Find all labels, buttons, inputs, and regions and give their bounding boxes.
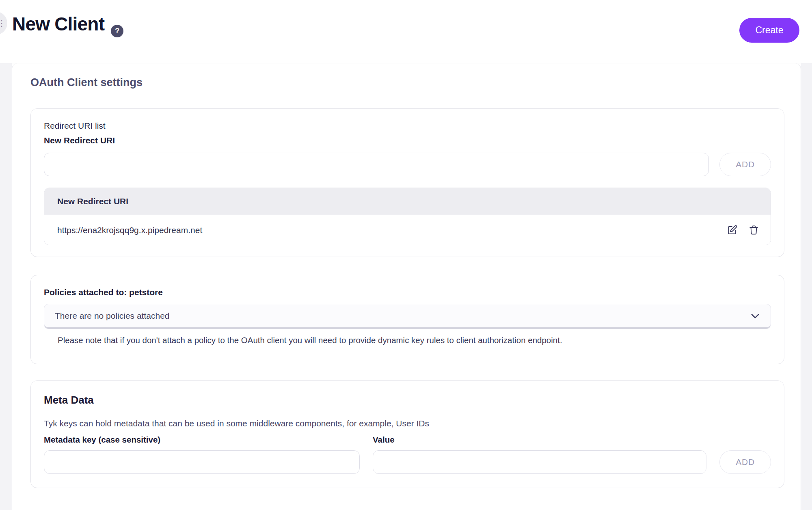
left-gutter (0, 63, 12, 510)
topbar: ⋮ New Client ? Create (0, 0, 812, 63)
redirect-uri-value: https://ena2krojsqq9g.x.pipedream.net (57, 225, 202, 235)
metadata-value-label: Value (373, 435, 706, 445)
redirect-uri-table-header: New Redirect URI (44, 188, 771, 215)
metadata-card: Meta Data Tyk keys can hold metadata tha… (30, 380, 784, 488)
redirect-uri-table: New Redirect URI https://ena2krojsqq9g.x… (44, 188, 771, 245)
create-button[interactable]: Create (739, 18, 799, 43)
new-redirect-uri-label: New Redirect URI (44, 136, 771, 145)
policies-dropdown[interactable]: There are no policies attached (44, 304, 771, 329)
metadata-key-label: Metadata key (case sensitive) (44, 435, 360, 445)
sidebar-collapse-toggle[interactable]: ⋮ (0, 11, 7, 35)
add-redirect-uri-button[interactable]: ADD (719, 153, 771, 176)
help-icon[interactable]: ? (111, 25, 123, 37)
chevron-down-icon (749, 310, 761, 322)
policies-note: Please note that if you don't attach a p… (58, 335, 771, 345)
content-area: OAuth Client settings Redirect URI list … (0, 63, 812, 510)
redirect-uri-card: Redirect URI list New Redirect URI ADD N… (30, 108, 784, 257)
delete-icon[interactable] (748, 225, 759, 236)
table-row: https://ena2krojsqq9g.x.pipedream.net (44, 215, 771, 245)
new-redirect-uri-input[interactable] (44, 153, 709, 176)
policies-label: Policies attached to: petstore (44, 287, 771, 297)
redirect-uri-list-label: Redirect URI list (44, 121, 771, 131)
policies-card: Policies attached to: petstore There are… (30, 275, 784, 364)
right-gutter (801, 63, 812, 510)
metadata-value-input[interactable] (373, 450, 706, 474)
metadata-description: Tyk keys can hold metadata that can be u… (44, 419, 771, 428)
add-metadata-button[interactable]: ADD (719, 450, 771, 474)
section-title: OAuth Client settings (30, 76, 784, 89)
chevron-left-icon: ⋮ (0, 18, 6, 28)
metadata-key-input[interactable] (44, 450, 360, 474)
metadata-title: Meta Data (44, 394, 771, 406)
main-panel: OAuth Client settings Redirect URI list … (12, 63, 801, 510)
edit-icon[interactable] (727, 225, 738, 236)
page-title: New Client (12, 15, 104, 33)
policies-dropdown-value: There are no policies attached (55, 311, 170, 321)
